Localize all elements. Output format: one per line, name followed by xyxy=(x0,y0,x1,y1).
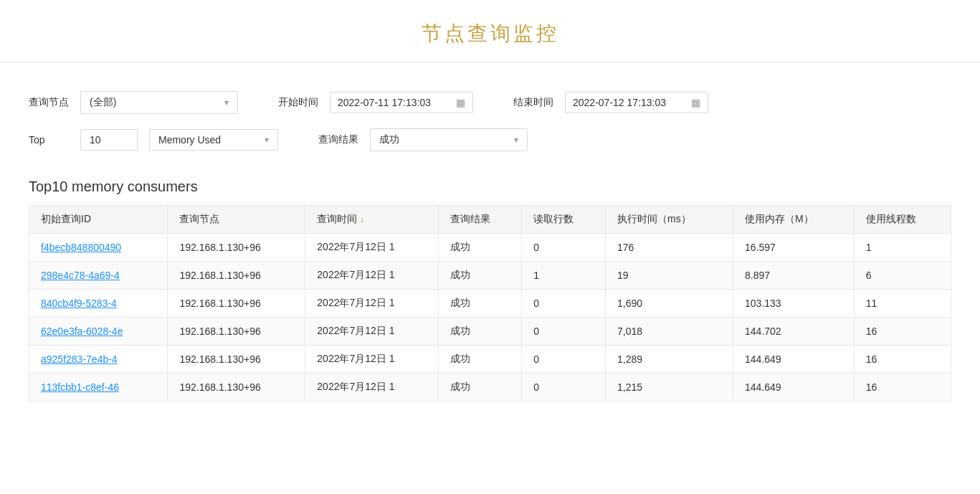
start-time-value: 2022-07-11 17:13:03 xyxy=(338,97,431,108)
cell-rows_read: 0 xyxy=(522,318,606,346)
cell-query_id[interactable]: 298e4c78-4a69-4 xyxy=(29,262,168,290)
top-label: Top xyxy=(29,134,69,146)
col-memory-used: 使用内存（M） xyxy=(733,206,855,234)
table-header-row: 初始查询ID 查询节点 查询时间 ↓ 查询结果 读取行数 执行时间（ms） 使用… xyxy=(29,206,951,234)
node-select-value: (全部) xyxy=(90,96,116,109)
cell-threads: 6 xyxy=(854,262,951,290)
cell-threads: 16 xyxy=(854,318,951,346)
cell-node: 192.168.1.130+96 xyxy=(168,262,305,290)
top-input[interactable]: 10 xyxy=(80,129,138,151)
end-time-value: 2022-07-12 17:13:03 xyxy=(573,97,666,108)
metric-select-value: Memory Used xyxy=(158,134,221,146)
cell-memory_used: 144.649 xyxy=(733,346,855,374)
metric-select-chevron-icon: ▾ xyxy=(265,135,269,145)
cell-exec_time: 19 xyxy=(606,262,733,290)
result-select[interactable]: 成功 ▾ xyxy=(370,128,528,151)
result-select-value: 成功 xyxy=(379,133,399,146)
node-select-chevron-icon: ▾ xyxy=(224,98,229,108)
cell-exec_time: 1,215 xyxy=(606,374,733,402)
cell-query_id[interactable]: 62e0e3fa-6028-4e xyxy=(29,318,168,346)
cell-memory_used: 8.897 xyxy=(733,262,855,290)
col-exec-time: 执行时间（ms） xyxy=(606,206,733,234)
results-table: 初始查询ID 查询节点 查询时间 ↓ 查询结果 读取行数 执行时间（ms） 使用… xyxy=(29,205,951,402)
result-select-chevron-icon: ▾ xyxy=(514,135,518,145)
cell-memory_used: 16.597 xyxy=(733,234,855,262)
cell-node: 192.168.1.130+96 xyxy=(168,346,305,374)
metric-select[interactable]: Memory Used ▾ xyxy=(149,129,278,151)
divider xyxy=(0,62,980,62)
cell-result: 成功 xyxy=(438,374,522,402)
cell-exec_time: 7,018 xyxy=(606,318,733,346)
cell-memory_used: 103.133 xyxy=(733,290,855,318)
cell-node: 192.168.1.130+96 xyxy=(168,234,305,262)
cell-result: 成功 xyxy=(438,290,522,318)
cell-time: 2022年7月12日 1 xyxy=(305,262,438,290)
end-time-calendar-icon: ▦ xyxy=(691,97,700,108)
cell-rows_read: 0 xyxy=(522,374,606,402)
page-title: 节点查询监控 xyxy=(0,0,980,62)
cell-query_id[interactable]: a925f283-7e4b-4 xyxy=(29,346,168,374)
end-time-input[interactable]: 2022-07-12 17:13:03 ▦ xyxy=(565,92,708,113)
col-time[interactable]: 查询时间 ↓ xyxy=(305,206,438,234)
cell-rows_read: 0 xyxy=(522,346,606,374)
cell-threads: 11 xyxy=(854,290,951,318)
cell-result: 成功 xyxy=(438,346,522,374)
cell-query_id[interactable]: 840cb4f9-5283-4 xyxy=(29,290,168,318)
col-node: 查询节点 xyxy=(168,206,305,234)
cell-memory_used: 144.649 xyxy=(733,374,855,402)
cell-result: 成功 xyxy=(438,262,522,290)
table-row: f4becb848800490192.168.1.130+962022年7月12… xyxy=(29,234,951,262)
cell-time: 2022年7月12日 1 xyxy=(305,318,438,346)
col-threads: 使用线程数 xyxy=(854,206,951,234)
cell-time: 2022年7月12日 1 xyxy=(305,290,438,318)
cell-rows_read: 0 xyxy=(522,290,606,318)
cell-result: 成功 xyxy=(438,234,522,262)
col-time-label: 查询时间 xyxy=(317,213,357,226)
cell-time: 2022年7月12日 1 xyxy=(305,374,438,402)
end-time-label: 结束时间 xyxy=(513,96,553,109)
table-row: a925f283-7e4b-4192.168.1.130+962022年7月12… xyxy=(29,346,951,374)
col-query-id: 初始查询ID xyxy=(29,206,168,234)
cell-exec_time: 176 xyxy=(606,234,733,262)
table-row: 840cb4f9-5283-4192.168.1.130+962022年7月12… xyxy=(29,290,951,318)
table-row: 62e0e3fa-6028-4e192.168.1.130+962022年7月1… xyxy=(29,318,951,346)
table-container: 初始查询ID 查询节点 查询时间 ↓ 查询结果 读取行数 执行时间（ms） 使用… xyxy=(0,205,980,402)
filter-row-1: 查询节点 (全部) ▾ 开始时间 2022-07-11 17:13:03 ▦ 结… xyxy=(29,91,951,114)
cell-time: 2022年7月12日 1 xyxy=(305,234,438,262)
cell-rows_read: 0 xyxy=(522,234,606,262)
cell-query_id[interactable]: 113fcbb1-c8ef-46 xyxy=(29,374,168,402)
col-result: 查询结果 xyxy=(438,206,522,234)
cell-threads: 1 xyxy=(854,234,951,262)
filter-row-2: Top 10 Memory Used ▾ 查询结果 成功 ▾ xyxy=(29,128,951,151)
cell-threads: 16 xyxy=(854,374,951,402)
cell-query_id[interactable]: f4becb848800490 xyxy=(29,234,168,262)
col-rows-read: 读取行数 xyxy=(522,206,606,234)
cell-memory_used: 144.702 xyxy=(733,318,855,346)
cell-result: 成功 xyxy=(438,318,522,346)
section-title: Top10 memory consumers xyxy=(0,173,980,205)
cell-threads: 16 xyxy=(854,346,951,374)
cell-node: 192.168.1.130+96 xyxy=(168,374,305,402)
cell-rows_read: 1 xyxy=(522,262,606,290)
start-time-calendar-icon: ▦ xyxy=(456,97,465,108)
table-row: 113fcbb1-c8ef-46192.168.1.130+962022年7月1… xyxy=(29,374,951,402)
start-time-label: 开始时间 xyxy=(278,96,318,109)
sort-desc-icon: ↓ xyxy=(360,214,364,224)
cell-exec_time: 1,289 xyxy=(606,346,733,374)
cell-exec_time: 1,690 xyxy=(606,290,733,318)
start-time-input[interactable]: 2022-07-11 17:13:03 ▦ xyxy=(330,92,473,113)
cell-node: 192.168.1.130+96 xyxy=(168,318,305,346)
top-input-value: 10 xyxy=(90,134,101,146)
cell-time: 2022年7月12日 1 xyxy=(305,346,438,374)
cell-node: 192.168.1.130+96 xyxy=(168,290,305,318)
result-filter-label: 查询结果 xyxy=(318,133,358,146)
filter-section: 查询节点 (全部) ▾ 开始时间 2022-07-11 17:13:03 ▦ 结… xyxy=(0,80,980,173)
table-row: 298e4c78-4a69-4192.168.1.130+962022年7月12… xyxy=(29,262,951,290)
node-filter-label: 查询节点 xyxy=(29,96,69,109)
node-select[interactable]: (全部) ▾ xyxy=(80,91,238,114)
